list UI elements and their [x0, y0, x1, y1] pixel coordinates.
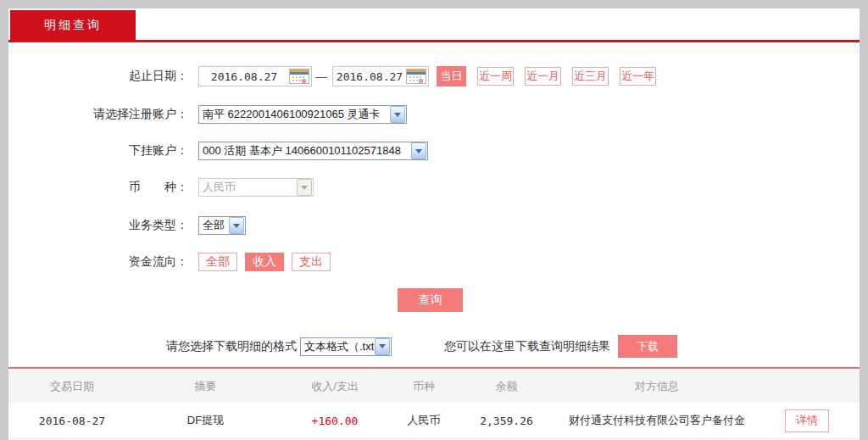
fund-direction-expense-button[interactable]: 支出 — [292, 253, 331, 271]
cell-amount: +160.00 — [275, 415, 394, 427]
content-panel: 明细查询 起止日期： 2016.08.27 — 2016 — [8, 8, 860, 440]
start-date-value: 2016.08.27 — [199, 70, 289, 83]
column-header-balance: 余额 — [453, 379, 559, 394]
quick-range-year-button[interactable]: 近一年 — [620, 67, 656, 86]
start-date-input[interactable]: 2016.08.27 — [198, 66, 312, 86]
download-row: 请您选择下载明细的格式 文本格式（.txt） 您可以在这里下载查询明细结果 下载 — [8, 335, 677, 358]
currency-select: 人民币 — [198, 178, 314, 197]
calendar-icon[interactable] — [406, 69, 426, 84]
end-date-input[interactable]: 2016.08.27 — [332, 66, 429, 86]
date-range-row: 起止日期： 2016.08.27 — 2016.08.27 — [8, 66, 656, 86]
chevron-down-icon — [390, 106, 405, 123]
register-account-select[interactable]: 南平 6222001406100921065 灵通卡 — [198, 105, 407, 124]
register-account-label: 请选择注册账户： — [8, 107, 188, 122]
column-header-date: 交易日期 — [8, 379, 136, 394]
tab-detail-query[interactable]: 明细查询 — [10, 10, 136, 40]
register-account-row: 请选择注册账户： 南平 6222001406100921065 灵通卡 — [8, 105, 407, 124]
column-header-currency: 币种 — [394, 379, 453, 394]
cell-transaction-date: 2016-08-27 — [8, 415, 136, 427]
quick-range-today-button[interactable]: 当日 — [437, 66, 466, 86]
end-date-value: 2016.08.27 — [333, 70, 406, 83]
register-account-value: 南平 6222001406100921065 灵通卡 — [199, 107, 381, 122]
calendar-icon[interactable] — [289, 69, 309, 84]
cell-summary: DF提现 — [136, 413, 275, 428]
business-type-row: 业务类型： 全部 — [8, 216, 246, 235]
table-top-divider — [8, 367, 860, 369]
download-format-label: 请您选择下载明细的格式 — [166, 339, 297, 354]
download-button[interactable]: 下载 — [618, 335, 677, 358]
currency-label: 币 种： — [8, 180, 188, 195]
quick-range-month-button[interactable]: 近一月 — [525, 67, 561, 86]
fund-direction-row: 资金流向： 全部 收入 支出 — [8, 253, 331, 271]
cell-counterparty: 财付通支付科技有限公司客户备付金 — [559, 413, 754, 428]
business-type-select[interactable]: 全部 — [198, 216, 246, 235]
column-header-summary: 摘要 — [136, 379, 275, 394]
sub-account-label: 下挂账户： — [8, 143, 188, 159]
detail-button[interactable]: 详情 — [785, 409, 829, 432]
sub-account-value: 000 活期 基本户 1406600101102571848 — [199, 143, 401, 159]
chevron-down-icon — [229, 217, 244, 234]
chevron-down-icon — [297, 179, 312, 196]
business-type-value: 全部 — [199, 218, 225, 233]
tab-underline — [8, 40, 860, 42]
fund-direction-all-button[interactable]: 全部 — [198, 253, 237, 271]
download-format-value: 文本格式（.txt） — [301, 339, 374, 354]
sub-account-row: 下挂账户： 000 活期 基本户 1406600101102571848 — [8, 142, 428, 160]
download-hint-text: 您可以在这里下载查询明细结果 — [444, 339, 610, 354]
currency-value: 人民币 — [199, 180, 236, 195]
cell-balance: 2,359.26 — [453, 415, 559, 427]
chevron-down-icon — [375, 338, 390, 355]
download-format-select[interactable]: 文本格式（.txt） — [300, 337, 392, 356]
fund-direction-label: 资金流向： — [8, 254, 188, 270]
cell-currency: 人民币 — [394, 413, 453, 428]
fund-direction-income-button[interactable]: 收入 — [245, 253, 284, 271]
column-header-amount: 收入/支出 — [275, 379, 394, 394]
column-header-counterparty: 对方信息 — [559, 379, 754, 394]
quick-range-3months-button[interactable]: 近三月 — [572, 67, 609, 86]
cell-actions: 详情 — [754, 409, 860, 432]
table-header-row: 交易日期 摘要 收入/支出 币种 余额 对方信息 — [8, 370, 860, 403]
date-range-label: 起止日期： — [8, 69, 188, 84]
date-range-separator: — — [315, 70, 327, 83]
business-type-label: 业务类型： — [8, 218, 188, 233]
chevron-down-icon — [411, 142, 426, 159]
currency-row: 币 种： 人民币 — [8, 178, 314, 197]
sub-account-select[interactable]: 000 活期 基本户 1406600101102571848 — [198, 142, 428, 160]
query-button[interactable]: 查询 — [398, 288, 463, 312]
quick-range-week-button[interactable]: 近一周 — [477, 67, 514, 86]
table-row: 2016-08-27 DF提现 +160.00 人民币 2,359.26 财付通… — [8, 403, 860, 439]
